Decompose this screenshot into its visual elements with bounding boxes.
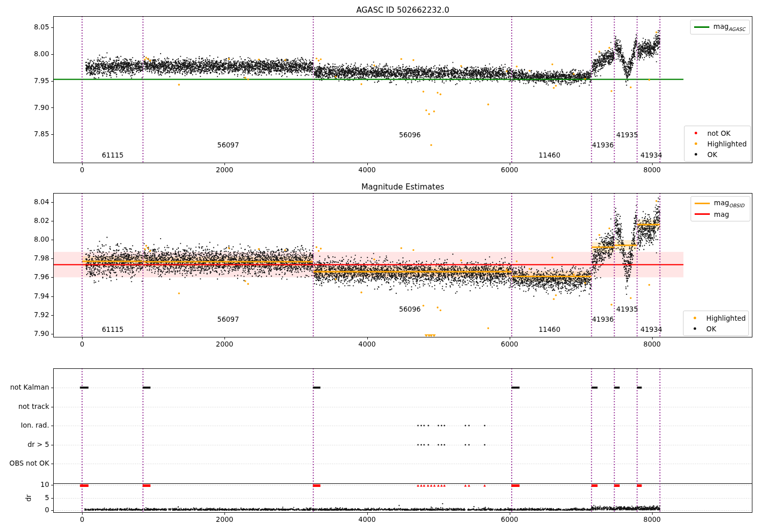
y-tick-label: 7.94 <box>34 293 49 300</box>
y-tick-label: 5 <box>45 495 49 502</box>
obsid-label: 61115 <box>102 152 124 159</box>
ok-dot-swatch-2 <box>687 327 703 330</box>
legend-label-ok: OK <box>707 150 717 159</box>
legend-label-mag-agasc: magAGASC <box>713 22 745 32</box>
x-tick-label: 2000 <box>216 341 233 348</box>
legend-item-mag: mag <box>694 209 747 219</box>
y-tick-label: 7.92 <box>34 312 49 319</box>
legend-label-highlighted-2: Highlighted <box>706 314 746 322</box>
obsid-label: 56097 <box>217 142 239 149</box>
obsid-label: 56096 <box>399 306 421 313</box>
legend-item-mag-obsid: magOBSID <box>694 198 747 209</box>
y-tick-label: 8.05 <box>34 24 49 31</box>
obsid-label: 41934 <box>640 326 662 333</box>
flag-row-label: OBS not OK <box>10 460 49 467</box>
y-tick-label: 7.95 <box>34 78 49 85</box>
y-tick-label: 7.98 <box>34 255 49 262</box>
legend-label-highlighted: Highlighted <box>707 140 747 148</box>
x-tick-label: 6000 <box>501 167 518 174</box>
y-tick-label: 7.85 <box>34 131 49 138</box>
x-tick-label: 8000 <box>643 167 661 174</box>
flag-row-label: dr > 5 <box>27 441 49 448</box>
y-tick-label: 8.02 <box>34 217 49 224</box>
y-tick-label: 7.96 <box>34 274 49 281</box>
legend-label-not-ok: not OK <box>707 129 731 137</box>
legend-label-mag: mag <box>714 210 729 218</box>
legend-middle-markers: Highlighted OK <box>683 311 749 336</box>
legend-mag-lines: magOBSID mag <box>691 196 750 221</box>
dr-axis-label: dr <box>24 495 32 502</box>
x-tick-label: 0 <box>80 341 85 348</box>
y-tick-label: 8.00 <box>34 51 49 58</box>
obsid-label: 41935 <box>616 132 638 139</box>
y-tick-label: 7.90 <box>34 330 49 337</box>
y-tick-label: 10 <box>41 481 49 488</box>
x-tick-label: 2000 <box>216 516 233 523</box>
obsid-label: 11460 <box>539 326 560 333</box>
top-plot-title: AGASC ID 502662232.0 <box>356 6 449 15</box>
obsid-label: 11460 <box>539 152 560 159</box>
ok-dot-swatch <box>688 153 704 156</box>
obsid-label: 41935 <box>616 306 638 313</box>
legend-top-markers: not OK Highlighted OK <box>684 126 751 162</box>
x-tick-label: 6000 <box>501 516 518 523</box>
y-tick-label: 8.00 <box>34 236 49 243</box>
x-tick-label: 0 <box>80 516 85 523</box>
x-tick-label: 4000 <box>358 167 375 174</box>
y-tick-label: 8.04 <box>34 199 49 206</box>
legend-item-ok: OK <box>688 149 747 160</box>
highlighted-dot-swatch <box>688 142 704 145</box>
flag-row-label: Ion. rad. <box>21 422 49 429</box>
x-tick-label: 0 <box>80 167 85 174</box>
legend-item-highlighted: Highlighted <box>688 138 747 149</box>
x-tick-label: 8000 <box>643 341 661 348</box>
x-tick-label: 4000 <box>358 516 375 523</box>
x-tick-label: 8000 <box>643 516 661 523</box>
flag-row-label: not Kalman <box>10 384 49 391</box>
obsid-label: 56096 <box>399 132 421 139</box>
legend-item-ok-2: OK <box>687 323 745 334</box>
highlighted-dot-swatch-2 <box>687 317 703 319</box>
x-tick-label: 6000 <box>501 341 518 348</box>
legend-item-not-ok: not OK <box>688 128 747 138</box>
x-tick-label: 4000 <box>358 341 375 348</box>
mag-agasc-line-swatch <box>694 26 710 28</box>
legend-mag-agasc: magAGASC <box>690 20 750 34</box>
y-tick-label: 7.90 <box>34 104 49 111</box>
middle-plot-title: Magnitude Estimates <box>361 182 444 192</box>
obsid-label: 41936 <box>592 316 614 323</box>
obsid-label: 56097 <box>217 316 239 323</box>
figure: AGASC ID 502662232.0 Magnitude Estimates… <box>0 0 760 532</box>
not-ok-dot-swatch <box>688 132 704 134</box>
legend-label-mag-obsid: magOBSID <box>714 199 744 208</box>
mag-obsid-line-swatch <box>694 203 710 204</box>
legend-item-highlighted-2: Highlighted <box>687 313 745 323</box>
legend-label-ok-2: OK <box>706 325 716 333</box>
mag-line-swatch <box>694 213 710 215</box>
chart-canvas <box>0 0 760 532</box>
legend-item-mag-agasc: magAGASC <box>694 22 746 32</box>
obsid-label: 61115 <box>102 326 124 333</box>
obsid-label: 41936 <box>592 142 614 149</box>
y-tick-label: 0 <box>45 507 49 514</box>
flag-row-label: not track <box>18 403 49 410</box>
x-tick-label: 2000 <box>216 167 233 174</box>
obsid-label: 41934 <box>640 152 662 159</box>
